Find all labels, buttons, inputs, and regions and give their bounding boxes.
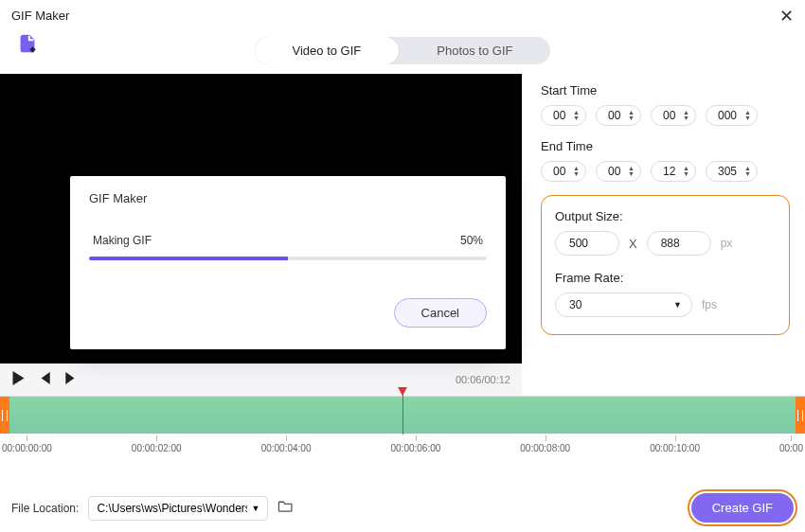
chevron-up-down-icon[interactable]: ▲▼ [683,166,689,177]
end-seconds-stepper[interactable]: 12▲▼ [651,161,696,182]
tab-photos-to-gif[interactable]: Photos to GIF [399,37,550,64]
dimension-separator: X [629,237,637,251]
progress-fill [89,257,288,260]
progress-status: Making GIF [93,234,152,247]
end-time-label: End Time [541,139,790,153]
cancel-button[interactable]: Cancel [394,298,487,328]
px-unit: px [721,237,733,250]
add-file-icon[interactable] [17,33,38,58]
progress-bar [89,257,487,260]
frame-rate-label: Frame Rate: [555,271,776,285]
start-seconds-stepper[interactable]: 00▲▼ [651,105,696,126]
ruler-tick: 00:00 [779,443,803,453]
end-hours-stepper[interactable]: 00▲▼ [541,161,586,182]
prev-frame-icon[interactable] [39,371,51,388]
window-title: GIF Maker [11,9,69,23]
file-location-label: File Location: [11,502,79,515]
ruler-tick: 00:00:10:00 [650,443,700,453]
end-minutes-stepper[interactable]: 00▲▼ [596,161,641,182]
chevron-up-down-icon[interactable]: ▲▼ [744,166,751,177]
chevron-up-down-icon[interactable]: ▲▼ [744,110,751,121]
video-controls: 00:06/00:12 [0,364,522,396]
output-width-input[interactable]: 500 [555,231,619,256]
output-size-label: Output Size: [555,209,776,223]
tab-video-to-gif[interactable]: Video to GIF [255,37,400,64]
chevron-down-icon: ▼ [251,504,259,513]
create-gif-button[interactable]: Create GIF [691,493,794,523]
chevron-down-icon: ▼ [673,300,682,310]
start-ms-stepper[interactable]: 000▲▼ [706,105,758,126]
progress-modal: GIF Maker Making GIF 50% Cancel [70,176,506,349]
frame-rate-select[interactable]: 30 ▼ [555,293,692,317]
start-hours-stepper[interactable]: 00▲▼ [541,105,586,126]
chevron-up-down-icon[interactable]: ▲▼ [628,166,635,177]
chevron-up-down-icon[interactable]: ▲▼ [573,110,580,121]
start-minutes-stepper[interactable]: 00▲▼ [596,105,641,126]
ruler-tick: 00:00:04:00 [261,443,312,453]
ruler-tick: 00:00:02:00 [132,443,182,453]
start-time-label: Start Time [541,83,790,98]
trim-handle-right[interactable] [796,397,805,434]
playback-time: 00:06/00:12 [456,374,510,385]
chevron-up-down-icon[interactable]: ▲▼ [628,110,635,121]
play-icon[interactable] [11,371,26,389]
chevron-up-down-icon[interactable]: ▲▼ [573,166,580,177]
ruler-tick: 00:00:00:00 [2,443,52,453]
time-ruler: 00:00:00:00 00:00:02:00 00:00:04:00 00:0… [0,435,805,467]
next-frame-icon[interactable] [64,371,77,388]
progress-percent: 50% [460,234,483,247]
timeline-track[interactable] [0,396,805,434]
fps-unit: fps [702,298,717,311]
folder-icon[interactable] [277,499,294,517]
tab-group: Video to GIF Photos to GIF [255,37,551,64]
ruler-tick: 00:00:06:00 [390,443,440,453]
close-icon[interactable]: ✕ [779,6,794,27]
file-location-select[interactable]: C:\Users\ws\Pictures\Wonders ▼ [88,496,268,521]
output-settings-group: Output Size: 500 X 888 px Frame Rate: 30… [541,195,790,335]
chevron-up-down-icon[interactable]: ▲▼ [683,110,689,121]
playhead[interactable] [402,389,403,434]
end-ms-stepper[interactable]: 305▲▼ [706,161,758,182]
ruler-tick: 00:00:08:00 [520,443,570,453]
modal-title: GIF Maker [89,191,487,205]
output-height-input[interactable]: 888 [647,231,711,256]
trim-handle-left[interactable] [0,397,9,434]
